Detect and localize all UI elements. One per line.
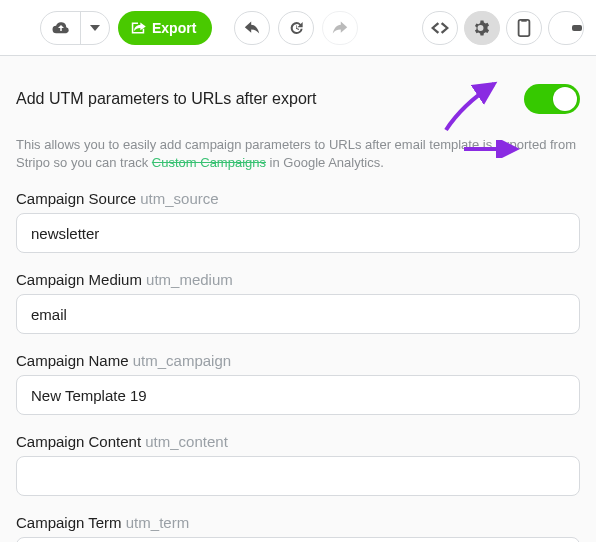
label-text: Campaign Term <box>16 514 122 531</box>
field-campaign-term: Campaign Term utm_term <box>16 514 580 542</box>
field-campaign-source: Campaign Source utm_source <box>16 190 580 253</box>
redo-icon <box>332 21 348 35</box>
label-hint: utm_source <box>140 190 218 207</box>
redo-button[interactable] <box>322 11 358 45</box>
label-campaign-source: Campaign Source utm_source <box>16 190 580 207</box>
gear-icon <box>473 19 491 37</box>
upload-icon <box>41 12 81 44</box>
chevron-down-icon <box>81 12 109 44</box>
input-campaign-source[interactable] <box>16 213 580 253</box>
label-hint: utm_term <box>126 514 189 531</box>
input-campaign-term[interactable] <box>16 537 580 542</box>
history-icon <box>288 20 304 36</box>
svg-rect-1 <box>521 19 526 21</box>
panel-title: Add UTM parameters to URLs after export <box>16 90 317 108</box>
utm-toggle[interactable] <box>524 84 580 114</box>
settings-button[interactable] <box>464 11 500 45</box>
label-text: Campaign Content <box>16 433 141 450</box>
label-hint: utm_medium <box>146 271 233 288</box>
mobile-icon <box>517 19 531 37</box>
field-campaign-medium: Campaign Medium utm_medium <box>16 271 580 334</box>
label-text: Campaign Name <box>16 352 129 369</box>
custom-campaigns-link[interactable]: Custom Campaigns <box>152 155 266 170</box>
settings-panel: Add UTM parameters to URLs after export … <box>0 56 596 542</box>
undo-button[interactable] <box>234 11 270 45</box>
field-campaign-name: Campaign Name utm_campaign <box>16 352 580 415</box>
label-hint: utm_content <box>145 433 228 450</box>
label-hint: utm_campaign <box>133 352 231 369</box>
input-campaign-content[interactable] <box>16 456 580 496</box>
left-spacer <box>12 11 32 45</box>
export-label: Export <box>152 20 196 36</box>
label-campaign-content: Campaign Content utm_content <box>16 433 580 450</box>
code-view-button[interactable] <box>422 11 458 45</box>
label-campaign-term: Campaign Term utm_term <box>16 514 580 531</box>
input-campaign-medium[interactable] <box>16 294 580 334</box>
annotation-arrow-settings <box>442 80 502 132</box>
export-button[interactable]: Export <box>118 11 212 45</box>
label-text: Campaign Medium <box>16 271 142 288</box>
label-campaign-medium: Campaign Medium utm_medium <box>16 271 580 288</box>
label-text: Campaign Source <box>16 190 136 207</box>
upload-split-button[interactable] <box>40 11 110 45</box>
undo-icon <box>244 21 260 35</box>
mobile-preview-button[interactable] <box>506 11 542 45</box>
history-button[interactable] <box>278 11 314 45</box>
label-campaign-name: Campaign Name utm_campaign <box>16 352 580 369</box>
help-post: in Google Analytics. <box>266 155 384 170</box>
export-icon <box>130 21 146 35</box>
code-icon <box>431 22 449 34</box>
annotation-arrow-toggle <box>462 140 520 158</box>
input-campaign-name[interactable] <box>16 375 580 415</box>
field-campaign-content: Campaign Content utm_content <box>16 433 580 496</box>
svg-rect-0 <box>519 19 530 35</box>
clipboard-button[interactable] <box>548 11 584 45</box>
top-toolbar: Export <box>0 0 596 56</box>
